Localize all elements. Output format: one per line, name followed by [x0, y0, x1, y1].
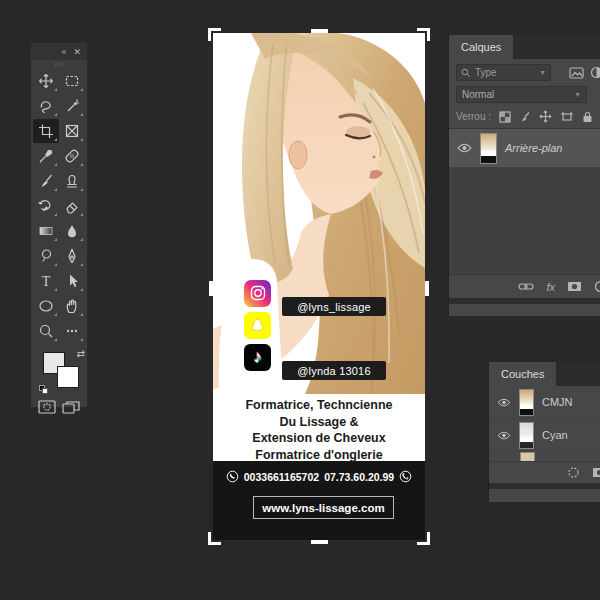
website-url: www.lyns-lissage.com: [262, 502, 384, 514]
save-selection-mask-icon[interactable]: [592, 467, 600, 478]
move-tool[interactable]: [33, 69, 59, 93]
flyer-footer: 0033661165702 07.73.60.20.99 www.lyns-li…: [213, 461, 425, 540]
edit-toolbar-button[interactable]: [59, 319, 85, 343]
filter-adjustment-layers-icon[interactable]: [590, 66, 600, 79]
quick-mask-icon: [38, 400, 56, 414]
gradient-tool[interactable]: [33, 219, 59, 243]
layers-panel-footer: fx: [449, 274, 600, 298]
filter-pixel-layers-icon[interactable]: [569, 67, 584, 79]
quick-mask-button[interactable]: [38, 400, 56, 414]
magnifier-icon: [38, 323, 54, 339]
healing-brush-tool[interactable]: [59, 144, 85, 168]
pen-tool[interactable]: [59, 244, 85, 268]
eyedropper-tool[interactable]: [33, 144, 59, 168]
model-photo: [213, 33, 425, 394]
new-adjustment-layer-icon[interactable]: [594, 280, 600, 293]
tab-calques[interactable]: Calques: [449, 35, 513, 59]
title-line: Du Lissage &: [213, 414, 425, 431]
crop-handle-bottom-right[interactable]: [417, 532, 430, 545]
document-canvas[interactable]: @lyns_lissage @lynda 13016 ♪ @lynda 1301…: [213, 33, 425, 540]
dodge-icon: [38, 248, 54, 264]
crop-icon: [38, 123, 54, 139]
ellipse-icon: [38, 298, 54, 314]
crop-handle-top-left[interactable]: [208, 28, 221, 41]
channels-panel-footer: [489, 461, 600, 483]
ellipse-tool[interactable]: [33, 294, 59, 318]
crop-handle-right[interactable]: [425, 281, 429, 296]
layers-list: Arrière-plan: [449, 128, 600, 274]
brush-tool[interactable]: [33, 169, 59, 193]
channel-row-cyan[interactable]: Cyan: [489, 419, 600, 452]
layer-filter-input[interactable]: Type ▼: [456, 64, 551, 81]
lock-pixels-icon[interactable]: [519, 111, 531, 123]
healing-bandage-icon: [64, 148, 80, 164]
blend-mode-select[interactable]: Normal ▼: [456, 86, 587, 103]
whatsapp-number: 0033661165702: [244, 471, 319, 483]
crop-handle-left[interactable]: [209, 281, 213, 296]
layer-row-arriere-plan[interactable]: Arrière-plan: [449, 129, 600, 167]
hand-tool[interactable]: [59, 294, 85, 318]
clone-stamp-tool[interactable]: [59, 169, 85, 193]
layer-thumbnail[interactable]: [480, 133, 497, 164]
gradient-icon: [38, 223, 54, 239]
lock-transparency-icon[interactable]: [499, 111, 511, 123]
channel-thumbnail[interactable]: [519, 422, 534, 449]
channels-panel: Couches CMJN Cyan: [488, 362, 600, 502]
dodge-tool[interactable]: [33, 244, 59, 268]
frame-tool[interactable]: [59, 119, 85, 143]
ellipsis-icon: [64, 323, 80, 339]
type-tool[interactable]: T: [33, 269, 59, 293]
swap-colors-icon[interactable]: ⇄: [77, 348, 85, 359]
crop-handle-bottom-left[interactable]: [208, 532, 221, 545]
svg-text:T: T: [42, 274, 51, 289]
channel-thumbnail[interactable]: [519, 389, 534, 416]
blur-tool[interactable]: [59, 219, 85, 243]
path-selection-tool[interactable]: [59, 269, 85, 293]
crop-handle-top[interactable]: [311, 29, 328, 33]
stamp-icon: [64, 173, 80, 189]
history-brush-tool[interactable]: [33, 194, 59, 218]
lock-artboard-icon[interactable]: [560, 111, 574, 123]
blend-mode-value: Normal: [462, 89, 494, 100]
zoom-tool[interactable]: [33, 319, 59, 343]
lock-all-icon[interactable]: [582, 111, 593, 123]
eraser-tool[interactable]: [59, 194, 85, 218]
lock-label: Verrou :: [456, 111, 491, 122]
layer-style-fx-button[interactable]: fx: [546, 281, 555, 293]
move-icon: [38, 73, 54, 89]
visibility-eye-icon[interactable]: [457, 143, 472, 153]
rectangular-marquee-tool[interactable]: [59, 69, 85, 93]
marquee-icon: [64, 73, 80, 89]
load-selection-icon[interactable]: [567, 466, 580, 479]
visibility-eye-icon[interactable]: [497, 398, 511, 407]
instagram-icon: [244, 280, 271, 307]
default-colors-icon[interactable]: [39, 385, 48, 394]
tools-palette-header: « ✕: [31, 43, 87, 60]
channel-row-partial: [489, 452, 600, 461]
crop-handle-top-right[interactable]: [417, 28, 430, 41]
search-icon: [461, 68, 471, 78]
link-layers-icon[interactable]: [518, 282, 534, 291]
history-brush-icon: [38, 198, 54, 214]
quick-selection-tool[interactable]: [59, 94, 85, 118]
tab-couches[interactable]: Couches: [489, 362, 556, 386]
visibility-eye-icon[interactable]: [497, 431, 511, 440]
background-color-swatch[interactable]: [57, 366, 79, 388]
close-panel-icon[interactable]: ✕: [73, 47, 81, 57]
crop-handle-bottom[interactable]: [311, 540, 328, 544]
crop-tool[interactable]: [33, 119, 59, 143]
instagram-handle: @lyns_lissage: [282, 297, 386, 316]
layer-name: Arrière-plan: [505, 142, 562, 154]
website-box: www.lyns-lissage.com: [253, 496, 394, 519]
lasso-tool[interactable]: [33, 94, 59, 118]
screen-mode-button[interactable]: [62, 400, 80, 414]
collapse-panel-icon[interactable]: «: [61, 47, 66, 57]
palette-grip[interactable]: [31, 60, 87, 68]
snapchat-icon: [244, 312, 271, 339]
add-layer-mask-icon[interactable]: [567, 281, 582, 292]
channel-row-cmjn[interactable]: CMJN: [489, 386, 600, 419]
water-drop-icon: [64, 223, 80, 239]
lock-position-icon[interactable]: [539, 110, 552, 123]
channel-name: Cyan: [542, 429, 568, 441]
eraser-icon: [64, 198, 80, 214]
